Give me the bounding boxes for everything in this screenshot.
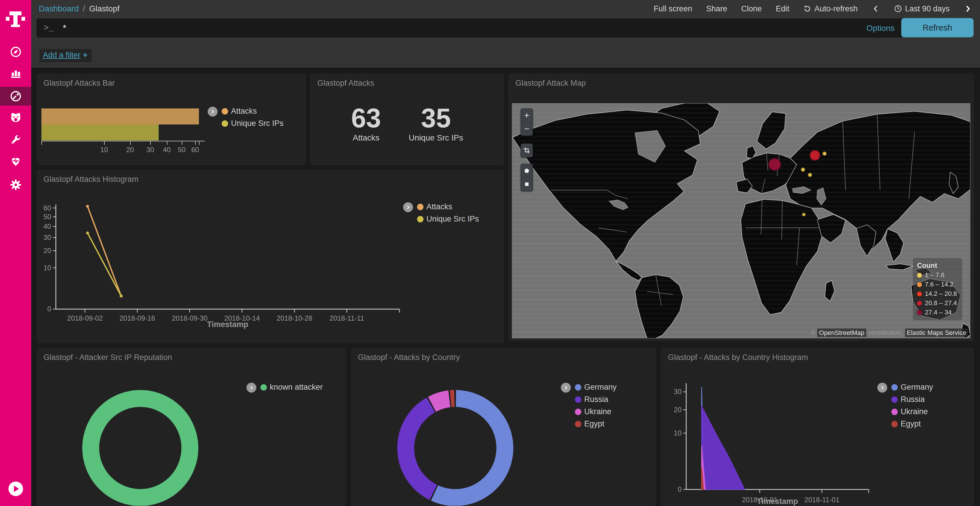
refresh-button[interactable]: Refresh — [901, 18, 974, 37]
sidebar-item-discover[interactable] — [0, 43, 31, 61]
sidebar-collapse-button[interactable] — [8, 482, 23, 496]
gear-icon — [10, 179, 22, 191]
time-back-button[interactable] — [872, 5, 880, 13]
sidebar-item-visualize[interactable] — [0, 63, 31, 82]
search-input[interactable]: >_ * Options — [37, 18, 903, 38]
legend-item[interactable]: Egypt — [891, 419, 933, 428]
count-legend-dot — [917, 301, 922, 306]
count-legend-range: 7.6 – 14.2 — [925, 281, 953, 288]
refresh-cycle-icon — [803, 5, 811, 13]
sidebar-item-dashboard[interactable] — [0, 87, 31, 106]
legend-item[interactable]: Germany — [891, 383, 933, 392]
attack-location-dot[interactable] — [801, 168, 805, 172]
legend-label: Unique Src IPs — [231, 119, 283, 128]
sidebar-item-management[interactable] — [0, 176, 31, 194]
map-crop-control — [520, 143, 533, 157]
zoom-out-button[interactable]: − — [521, 122, 533, 136]
add-filter-link[interactable]: Add a filter+ — [40, 49, 92, 62]
attack-location-dot[interactable] — [822, 152, 827, 155]
metric-unique-src-ips: 35 Unique Src IPs — [409, 105, 463, 143]
time-forward-button[interactable] — [964, 5, 972, 13]
legend-toggle-chevron-icon[interactable] — [561, 383, 571, 393]
attacks-histogram-legend: AttacksUnique Src IPs — [403, 202, 479, 224]
top-navigation-bar: Dashboard / Glastopf Full screen Share C… — [31, 0, 980, 17]
options-link[interactable]: Options — [867, 24, 895, 33]
country-donut-chart[interactable] — [385, 378, 525, 506]
plus-icon: + — [83, 51, 88, 59]
svg-text:2018-09-02: 2018-09-02 — [67, 314, 103, 322]
x-axis-tick-label: 30 — [146, 146, 154, 154]
x-axis-tick — [150, 141, 151, 145]
zoom-in-button[interactable]: + — [521, 109, 533, 122]
chevron-left-icon — [872, 5, 880, 13]
legend-item[interactable]: known attacker — [261, 383, 323, 392]
legend-color-dot — [891, 409, 898, 415]
attack-location-dot[interactable] — [808, 173, 812, 177]
rectangle-tool-button[interactable] — [521, 178, 533, 191]
ems-link[interactable]: Elastic Maps Service — [905, 328, 968, 337]
attack-location-dot[interactable] — [802, 213, 806, 216]
x-axis-tick — [195, 141, 196, 145]
legend-color-dot — [222, 108, 228, 114]
svg-text:50: 50 — [43, 213, 51, 220]
bar-attacks[interactable] — [41, 108, 199, 124]
legend-label: Russia — [900, 395, 925, 404]
legend-item[interactable]: Attacks — [417, 202, 479, 211]
sidebar-item-monitoring[interactable] — [0, 152, 31, 171]
legend-toggle-chevron-icon[interactable] — [247, 383, 256, 393]
panel-country-histogram: Glastopf - Attacks by Country Histogram … — [661, 348, 974, 506]
x-axis-tick — [167, 141, 167, 145]
map-count-legend: Count 1 – 7.67.6 – 14.214.2 – 20.820.8 –… — [913, 258, 962, 320]
osm-link[interactable]: OpenStreetMap — [817, 328, 866, 337]
svg-text:2018-11-11: 2018-11-11 — [329, 314, 364, 322]
fullscreen-button[interactable]: Full screen — [654, 5, 692, 13]
attack-location-dot[interactable] — [810, 150, 820, 160]
count-legend-dot — [917, 310, 922, 315]
breadcrumb-dashboard-link[interactable]: Dashboard — [39, 4, 79, 13]
map-draw-controls — [520, 164, 533, 191]
legend-item[interactable]: Russia — [891, 395, 933, 404]
breadcrumb-current: Glastopf — [89, 4, 119, 13]
sidebar-item-devtools[interactable] — [0, 130, 31, 149]
legend-toggle-chevron-icon[interactable] — [403, 202, 413, 212]
legend-toggle-chevron-icon[interactable] — [877, 383, 887, 393]
world-map[interactable]: + − — [512, 103, 970, 338]
svg-text:30: 30 — [674, 388, 682, 395]
svg-text:10: 10 — [674, 429, 682, 437]
reputation-donut-chart[interactable] — [70, 378, 210, 506]
legend-item[interactable]: Ukraine — [891, 407, 933, 416]
svg-text:10: 10 — [43, 264, 51, 272]
app-sidebar — [0, 0, 31, 506]
legend-item[interactable]: Germany — [575, 383, 617, 392]
x-axis-tick — [182, 141, 182, 145]
legend-toggle-chevron-icon[interactable] — [208, 107, 218, 117]
count-legend-range: 27.4 – 34 — [925, 309, 952, 316]
legend-color-dot — [891, 397, 898, 403]
edit-button[interactable]: Edit — [776, 5, 789, 13]
legend-item[interactable]: Ukraine — [575, 407, 617, 416]
map-zoom-controls: + − — [520, 108, 533, 136]
attacks-bar-chart[interactable]: 102030405060 — [41, 108, 216, 161]
world-map-svg — [512, 103, 970, 338]
attack-location-dot[interactable] — [768, 158, 781, 171]
legend-item[interactable]: Russia — [575, 395, 617, 404]
legend-item[interactable]: Egypt — [575, 419, 617, 428]
legend-item[interactable]: Unique Src IPs — [417, 214, 479, 224]
legend-item[interactable]: Unique Src IPs — [222, 119, 283, 128]
share-button[interactable]: Share — [706, 5, 727, 13]
x-axis-tick-label: 20 — [126, 146, 134, 154]
auto-refresh-button[interactable]: Auto-refresh — [803, 5, 858, 13]
crop-tool-button[interactable] — [521, 144, 533, 157]
attacks-histogram-chart[interactable]: 01020304050602018-09-022018-09-162018-09… — [37, 170, 503, 343]
clone-button[interactable]: Clone — [741, 5, 762, 13]
country-legend: GermanyRussiaUkraineEgypt — [561, 383, 617, 428]
svg-text:30: 30 — [43, 233, 51, 241]
bar-unique-src-ips[interactable] — [41, 124, 159, 141]
count-legend-item: 14.2 – 20.8 — [917, 290, 957, 298]
country-histogram-legend: GermanyRussiaUkraineEgypt — [877, 383, 933, 428]
sidebar-item-timelion[interactable] — [0, 108, 31, 127]
polygon-tool-button[interactable] — [521, 164, 533, 178]
legend-item[interactable]: Attacks — [222, 107, 283, 116]
panel-attacks-bar: Glastopf Attacks Bar 102030405060 Attack… — [37, 74, 305, 165]
time-range-picker[interactable]: Last 90 days — [894, 5, 950, 13]
